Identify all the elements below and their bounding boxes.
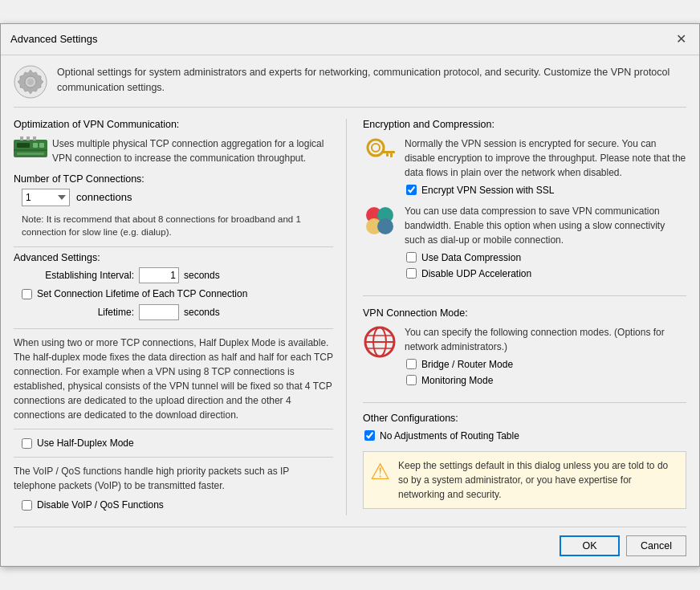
- advanced-settings-dialog: Advanced Settings ✕ Optional settings fo…: [0, 23, 700, 567]
- disable-udp-row: Disable UDP Acceleration: [405, 268, 686, 279]
- no-adjustments-row: No Adjustments of Routing Table: [363, 430, 686, 441]
- establishing-interval-row: Establishing Interval: seconds: [14, 267, 333, 283]
- svg-rect-9: [20, 136, 23, 140]
- vpn-mode-row: You can specify the following connection…: [363, 325, 686, 386]
- vpn-mode-title: VPN Connection Mode:: [363, 307, 686, 319]
- use-compression-label: Use Data Compression: [421, 252, 521, 263]
- svg-rect-16: [386, 153, 389, 157]
- disable-udp-checkbox[interactable]: [406, 268, 417, 279]
- warning-text: Keep the settings default in this dialog…: [398, 458, 679, 502]
- disable-voip-label: Disable VoIP / QoS Functions: [37, 499, 164, 511]
- tcp-unit-label: connections: [76, 191, 132, 203]
- network-card-icon: [14, 136, 46, 161]
- vpn-mode-section: VPN Connection Mode:: [363, 307, 686, 403]
- encryption-description: Normally the VPN session is encrypted fo…: [405, 136, 686, 180]
- use-compression-checkbox[interactable]: [406, 252, 417, 262]
- svg-point-13: [372, 144, 380, 152]
- key-icon: [363, 136, 397, 170]
- no-adjustments-checkbox[interactable]: [364, 430, 375, 441]
- advanced-settings-title: Advanced Settings:: [14, 252, 333, 263]
- monitoring-mode-label: Monitoring Mode: [421, 375, 493, 386]
- vpn-optimization-subsection: Uses multiple physical TCP connection ag…: [14, 136, 333, 165]
- bridge-router-label: Bridge / Router Mode: [421, 359, 513, 370]
- lifetime-unit: seconds: [184, 307, 220, 318]
- tcp-note: Note: It is recommend that about 8 conne…: [14, 213, 333, 238]
- lifetime-label: Lifetime:: [30, 307, 134, 318]
- svg-rect-11: [33, 136, 36, 140]
- encryption-title: Encryption and Compression:: [363, 119, 686, 130]
- vpn-optimization-desc: Uses multiple physical TCP connection ag…: [52, 136, 333, 165]
- tcp-connections-dropdown[interactable]: 1 2 4 8: [22, 189, 70, 206]
- vpn-optimization-title: Optimization of VPN Communication:: [14, 119, 333, 130]
- no-adjustments-label: No Adjustments of Routing Table: [380, 430, 519, 441]
- ok-button[interactable]: OK: [560, 535, 620, 556]
- lifetime-row: Lifetime: seconds: [14, 304, 333, 320]
- vpn-mode-description: You can specify the following connection…: [405, 325, 686, 354]
- use-half-duplex-label: Use Half-Duplex Mode: [37, 437, 134, 449]
- bridge-router-checkbox[interactable]: [406, 359, 417, 369]
- svg-rect-10: [26, 136, 30, 140]
- voip-section: The VoIP / QoS functions handle high pri…: [14, 457, 333, 511]
- svg-rect-5: [33, 143, 38, 148]
- set-connection-lifetime-label: Set Connection Lifetime of Each TCP Conn…: [37, 288, 247, 299]
- settings-icon: [14, 65, 47, 99]
- use-half-duplex-checkbox[interactable]: [22, 438, 32, 449]
- svg-point-2: [27, 79, 34, 85]
- compression-row: You can use data compression to save VPN…: [363, 204, 686, 279]
- compression-icon: [363, 204, 397, 238]
- monitoring-mode-row: Monitoring Mode: [405, 375, 686, 386]
- establishing-interval-unit: seconds: [184, 270, 220, 281]
- other-config-section: Other Configurations: No Adjustments of …: [363, 413, 686, 441]
- cancel-button[interactable]: Cancel: [626, 535, 686, 556]
- header-section: Optional settings for system administrat…: [14, 65, 686, 108]
- establishing-interval-input[interactable]: [139, 267, 179, 283]
- svg-rect-15: [390, 153, 393, 157]
- use-compression-row: Use Data Compression: [405, 252, 686, 263]
- set-connection-lifetime-row: Set Connection Lifetime of Each TCP Conn…: [14, 288, 333, 299]
- disable-udp-label: Disable UDP Acceleration: [421, 268, 531, 279]
- right-column: Encryption and Compression:: [363, 119, 686, 515]
- disable-voip-row: Disable VoIP / QoS Functions: [14, 499, 333, 511]
- encryption-row: Normally the VPN session is encrypted fo…: [363, 136, 686, 196]
- monitoring-mode-checkbox[interactable]: [406, 375, 417, 385]
- warning-icon: ⚠: [370, 458, 390, 485]
- use-half-duplex-row: Use Half-Duplex Mode: [14, 437, 333, 449]
- lifetime-input[interactable]: [139, 304, 179, 320]
- dialog-title: Advanced Settings: [10, 33, 97, 45]
- disable-voip-checkbox[interactable]: [22, 500, 32, 511]
- voip-description: The VoIP / QoS functions handle high pri…: [14, 464, 333, 493]
- encrypt-ssl-label: Encrypt VPN Session with SSL: [421, 185, 554, 196]
- button-bar: OK Cancel: [14, 527, 686, 556]
- close-button[interactable]: ✕: [672, 31, 690, 48]
- compression-description: You can use data compression to save VPN…: [405, 204, 686, 247]
- encryption-section: Encryption and Compression:: [363, 119, 686, 296]
- title-bar: Advanced Settings ✕: [1, 24, 699, 55]
- vpn-mode-icon: [363, 325, 397, 359]
- svg-point-20: [377, 218, 393, 234]
- left-column: Optimization of VPN Communication:: [14, 119, 347, 515]
- svg-point-12: [368, 140, 384, 156]
- bridge-router-row: Bridge / Router Mode: [405, 359, 686, 370]
- warning-section: ⚠ Keep the settings default in this dial…: [363, 451, 686, 509]
- svg-rect-8: [17, 153, 44, 155]
- encrypt-ssl-checkbox[interactable]: [406, 185, 417, 195]
- header-description: Optional settings for system administrat…: [57, 65, 686, 96]
- svg-rect-14: [382, 151, 395, 153]
- other-config-title: Other Configurations:: [363, 413, 686, 424]
- tcp-connections-row: 1 2 4 8 connections: [14, 189, 333, 206]
- establishing-interval-label: Establishing Interval:: [30, 270, 134, 281]
- half-duplex-description: When using two or more TCP connections, …: [14, 328, 333, 429]
- svg-rect-4: [17, 143, 30, 148]
- tcp-connections-label: Number of TCP Connections:: [14, 173, 333, 185]
- svg-rect-6: [39, 143, 44, 148]
- set-connection-lifetime-checkbox[interactable]: [22, 289, 32, 299]
- svg-rect-7: [14, 149, 47, 151]
- encrypt-ssl-row: Encrypt VPN Session with SSL: [405, 185, 686, 196]
